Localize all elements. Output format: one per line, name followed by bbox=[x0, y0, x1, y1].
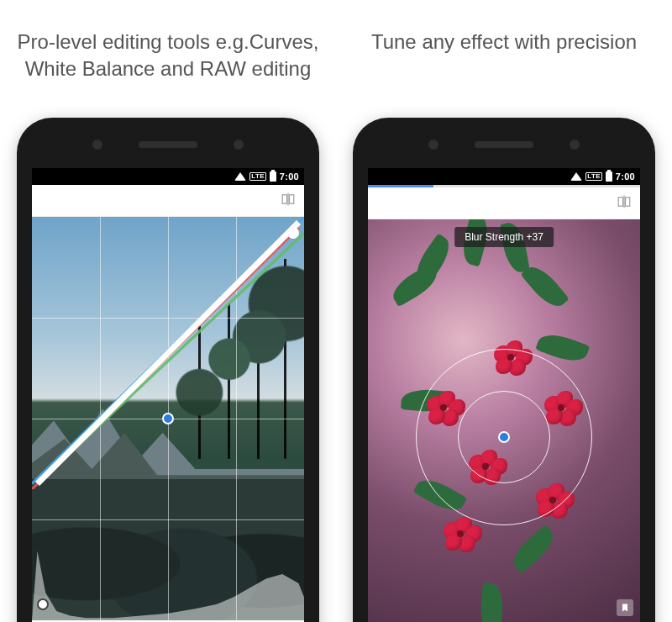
parameter-pill: Blur Strength +37 bbox=[454, 227, 554, 247]
focus-center-dot[interactable] bbox=[498, 431, 510, 443]
lte-icon: LTE bbox=[249, 172, 265, 181]
svg-line-8 bbox=[37, 222, 298, 483]
battery-icon bbox=[606, 171, 612, 182]
svg-rect-1 bbox=[290, 194, 294, 203]
svg-rect-15 bbox=[618, 197, 622, 206]
wifi-icon bbox=[570, 172, 582, 181]
lte-icon: LTE bbox=[585, 172, 601, 181]
app-top-bar bbox=[368, 187, 640, 219]
status-time: 7:00 bbox=[280, 171, 299, 182]
caption-right: Tune any effect with precision bbox=[353, 29, 655, 55]
edit-canvas[interactable] bbox=[368, 219, 640, 622]
compare-icon[interactable] bbox=[281, 192, 296, 210]
curves-overlay[interactable] bbox=[32, 217, 304, 489]
svg-rect-16 bbox=[626, 197, 630, 206]
phone-left: LTE 7:00 bbox=[17, 118, 319, 622]
wifi-icon bbox=[234, 172, 246, 181]
compare-icon[interactable] bbox=[617, 194, 632, 213]
status-bar: LTE 7:00 bbox=[368, 168, 640, 185]
status-bar: LTE 7:00 bbox=[32, 168, 304, 185]
caption-left: Pro-level editing tools e.g.Curves, Whit… bbox=[17, 29, 319, 83]
status-time: 7:00 bbox=[616, 171, 635, 182]
app-top-bar bbox=[32, 185, 304, 217]
edit-canvas[interactable] bbox=[32, 217, 304, 620]
svg-rect-0 bbox=[282, 194, 286, 203]
phone-right: LTE 7:00 bbox=[353, 118, 655, 622]
curve-node-bottom[interactable] bbox=[37, 598, 49, 610]
histogram bbox=[32, 528, 304, 620]
battery-icon bbox=[270, 171, 276, 182]
curve-node-top[interactable] bbox=[287, 227, 299, 239]
curve-node-mid[interactable] bbox=[162, 413, 174, 424]
bookmark-icon[interactable] bbox=[617, 599, 633, 616]
